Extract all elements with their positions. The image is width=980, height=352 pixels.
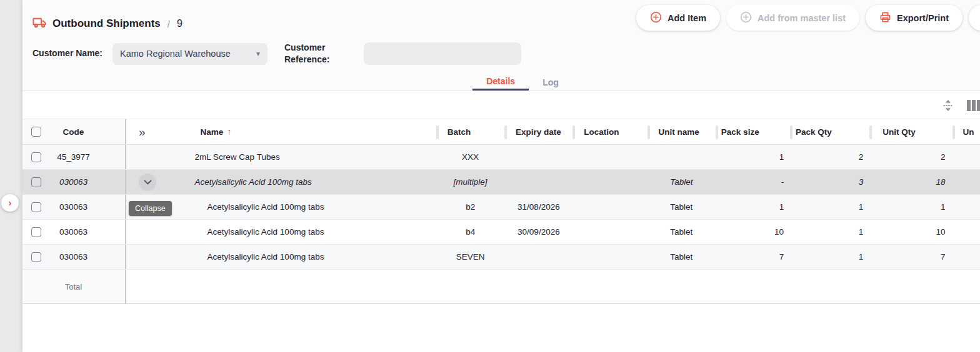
cell-name: Acetylsalicylic Acid 100mg tabs	[193, 170, 436, 194]
printer-icon	[879, 11, 891, 25]
cell-unit-qty: 7	[869, 245, 952, 269]
row-checkbox[interactable]	[31, 202, 41, 212]
cell-unit-clipped	[952, 245, 980, 269]
cell-code: 030063	[50, 220, 126, 244]
column-header-unit-clipped[interactable]: Un	[952, 119, 980, 144]
column-header-batch[interactable]: Batch	[436, 119, 504, 144]
table-row[interactable]: 030063 Acetylsalicylic Acid 100mg tabs […	[22, 170, 980, 195]
cell-name: Acetylsalicylic Acid 100mg tabs	[193, 245, 436, 269]
cell-location	[573, 220, 648, 244]
export-print-label: Export/Print	[897, 13, 949, 23]
cell-location	[572, 145, 647, 169]
columns-icon[interactable]	[967, 100, 980, 113]
table-toolbar	[22, 91, 980, 119]
cell-pack-size: 10	[716, 220, 790, 244]
outbound-shipment-page: Outbound Shipments / 9 Add Item Ad	[22, 0, 980, 352]
row-checkbox[interactable]	[31, 152, 41, 162]
customer-reference-label: Customer Reference:	[284, 42, 344, 66]
column-header-unit-qty[interactable]: Unit Qty	[869, 119, 952, 144]
row-checkbox[interactable]	[31, 177, 41, 187]
column-header-code[interactable]: Code	[50, 119, 126, 144]
row-checkbox[interactable]	[31, 252, 41, 262]
cell-batch: XXX	[436, 145, 504, 169]
cell-unit-name: Tablet	[648, 170, 716, 194]
select-all-checkbox[interactable]	[31, 127, 41, 137]
add-from-master-list-label: Add from master list	[758, 13, 846, 23]
cell-code: 45_3977	[50, 145, 126, 169]
export-print-button[interactable]: Export/Print	[866, 5, 962, 31]
column-header-pack-size[interactable]: Pack size	[716, 119, 790, 144]
cell-location	[572, 170, 647, 194]
sidebar-expand-button[interactable]: ›	[1, 194, 19, 212]
column-header-pack-qty[interactable]: Pack Qty	[790, 119, 869, 144]
cell-pack-qty: 3	[790, 170, 869, 194]
tab-log[interactable]: Log	[529, 71, 572, 90]
customer-name-value: Kamo Regional Warehouse	[120, 49, 256, 59]
table-total-row: Total	[22, 270, 980, 304]
table-row[interactable]: 030063 Acetylsalicylic Acid 100mg tabs b…	[22, 220, 980, 245]
cell-pack-size: 7	[716, 245, 790, 269]
resize-vertical-icon[interactable]	[942, 100, 954, 113]
column-header-location[interactable]: Location	[572, 119, 647, 144]
chevron-down-icon: ▾	[256, 49, 260, 58]
table-header-row: Code » Name ↑ Batch Expiry date Location…	[22, 119, 980, 145]
add-item-button[interactable]: Add Item	[636, 5, 720, 31]
cell-unit-clipped	[952, 220, 980, 244]
cell-unit-qty: 10	[869, 220, 952, 244]
cell-batch: b4	[436, 220, 504, 244]
expand-all-icon[interactable]: »	[139, 126, 146, 138]
more-button[interactable]: M	[969, 5, 980, 31]
customer-name-select[interactable]: Kamo Regional Warehouse ▾	[112, 43, 268, 65]
cell-expiry-date	[504, 145, 572, 169]
sort-ascending-icon: ↑	[227, 127, 231, 137]
invoice-fields: Customer Name: Kamo Regional Warehouse ▾…	[22, 36, 980, 71]
cell-unit-qty: 1	[869, 195, 952, 219]
cell-expiry-date: 30/09/2026	[504, 220, 572, 244]
cell-unit-name: Tablet	[648, 245, 716, 269]
customer-reference-input[interactable]	[364, 42, 521, 65]
cell-unit-qty: 18	[869, 170, 952, 194]
total-label: Total	[50, 270, 126, 303]
plus-circle-icon	[740, 11, 752, 25]
chevron-down-icon	[144, 177, 152, 187]
column-header-expiry-date[interactable]: Expiry date	[504, 119, 572, 144]
column-header-name[interactable]: Name ↑	[192, 119, 436, 144]
cell-code: 030063	[50, 245, 126, 269]
cell-unit-name	[648, 145, 716, 169]
add-item-label: Add Item	[668, 13, 706, 23]
table-row[interactable]: 030063 Acetylsalicylic Acid 100mg tabs S…	[22, 245, 980, 270]
cell-pack-qty: 2	[790, 145, 869, 169]
collapsed-sidebar: ›	[0, 0, 22, 352]
cell-unit-clipped	[952, 145, 980, 169]
tab-details[interactable]: Details	[472, 71, 529, 90]
cell-expiry-date	[504, 170, 572, 194]
cell-pack-qty: 1	[790, 195, 869, 219]
page-header: Outbound Shipments / 9 Add Item Ad	[22, 0, 980, 91]
cell-name: 2mL Screw Cap Tubes	[193, 145, 436, 169]
cell-pack-size: -	[716, 170, 790, 194]
cell-unit-qty: 2	[869, 145, 952, 169]
add-from-master-list-button[interactable]: Add from master list	[726, 5, 859, 31]
cell-unit-name: Tablet	[648, 195, 716, 219]
title-separator: /	[166, 19, 171, 29]
cell-pack-size: 1	[716, 145, 790, 169]
cell-code: 030063	[50, 195, 126, 219]
header-actions: Add Item Add from master list Export/Pri…	[636, 5, 980, 31]
page-title: Outbound Shipments	[52, 17, 161, 30]
customer-name-label: Customer Name:	[32, 47, 102, 59]
collapse-tooltip: Collapse	[129, 201, 172, 216]
table-row[interactable]: 45_3977 2mL Screw Cap Tubes XXX 1 2 2	[22, 145, 980, 170]
invoice-number: 9	[177, 18, 182, 29]
cell-batch: b2	[436, 195, 504, 219]
cell-unit-clipped	[952, 195, 980, 219]
column-header-unit-name[interactable]: Unit name	[648, 119, 716, 144]
cell-name: Acetylsalicylic Acid 100mg tabs	[193, 195, 436, 219]
cell-batch: SEVEN	[436, 245, 504, 269]
cell-code: 030063	[50, 170, 126, 194]
cell-unit-clipped	[952, 170, 980, 194]
truck-icon	[32, 16, 47, 31]
cell-pack-qty: 1	[790, 220, 869, 244]
cell-pack-qty: 1	[790, 245, 869, 269]
row-checkbox[interactable]	[31, 227, 41, 237]
collapse-row-button[interactable]	[139, 174, 156, 191]
